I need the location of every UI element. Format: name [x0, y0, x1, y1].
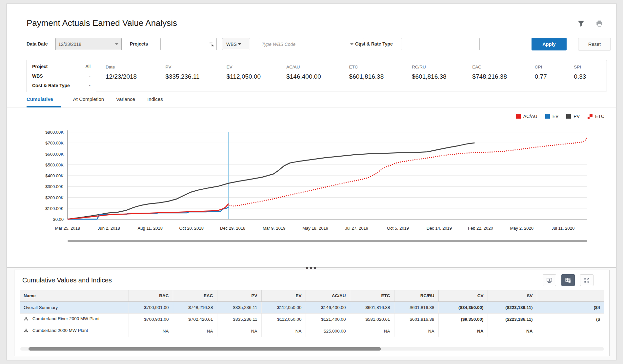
etc-dotted-swatch: [588, 114, 593, 119]
row-value-cell: NA: [129, 325, 173, 337]
row-value-cell: ($223,186.11): [488, 313, 537, 325]
scope-label: WBS: [32, 73, 43, 79]
x-axis-label: Oct 5, 2019: [387, 226, 409, 231]
tab-bar: Cumulative At Completion Variance Indice…: [27, 96, 175, 107]
wbs-dropdown-label: WBS: [226, 42, 237, 47]
metric-ev: EV$112,050.00: [227, 65, 286, 91]
table-panel: Cumulative Values and Indices NameBACEAC…: [14, 270, 610, 356]
x-axis-label: Dec 29, 2018: [220, 226, 245, 231]
wbs-code-field[interactable]: [259, 38, 364, 50]
cost-rate-field[interactable]: [401, 38, 480, 50]
summary-scope-row: Cost & Rate Type-: [32, 83, 90, 88]
series-pv: [68, 143, 474, 219]
row-value-cell: ($34,350.00): [438, 301, 488, 313]
reset-button[interactable]: Reset: [578, 38, 611, 50]
summary-metrics: Date12/23/2018 PV$335,236.11 EV$112,050.…: [106, 60, 607, 91]
projects-input[interactable]: [161, 38, 209, 50]
table-row[interactable]: Overall Summary$700,901.00$748,216.38$33…: [20, 301, 604, 313]
series-etc: [229, 138, 587, 206]
column-header-etc[interactable]: ETC: [350, 290, 394, 301]
metric-etc: ETC$601,816.38: [349, 65, 412, 91]
row-value-cell: $700,901.00: [129, 301, 173, 313]
row-value-cell: NA: [350, 325, 394, 337]
x-axis-label: Oct 20, 2018: [179, 226, 204, 231]
x-axis-label: May 2, 2020: [510, 226, 534, 231]
chart-scrollbar[interactable]: [68, 240, 587, 242]
row-value-cell: $335,236.11: [217, 313, 261, 325]
column-header-cv[interactable]: CV: [438, 290, 488, 301]
filter-icon[interactable]: [577, 19, 585, 28]
x-axis-label: Feb 22, 2020: [468, 226, 493, 231]
row-value-cell: NA: [217, 325, 261, 337]
y-axis-label: $500.00K: [45, 163, 64, 167]
chevron-down-icon[interactable]: [350, 43, 353, 45]
expand-button[interactable]: [580, 274, 593, 286]
row-value-cell: $601,816.38: [394, 313, 438, 325]
column-header-sv[interactable]: SV: [488, 290, 537, 301]
values-table: NameBACEACPVEVAC/AUETCRC/RUCVSV Overall …: [20, 290, 604, 337]
x-axis-label: Dec 14, 2019: [427, 226, 452, 231]
evm-chart: $0.00$100.00K$200.00K$300.00K$400.00K$50…: [7, 127, 617, 247]
y-axis-label: $0.00: [53, 217, 64, 222]
metric-spi: SPI0.33: [574, 65, 607, 91]
filter-bar: Data Date Projects WBS Cost & Rate Type: [7, 38, 616, 53]
column-header-clipped[interactable]: [537, 290, 604, 301]
metric-rcru: RC/RU$601,816.38: [412, 65, 472, 91]
scope-value: -: [89, 73, 90, 79]
grid-settings-button[interactable]: [561, 274, 575, 286]
project-icon: [24, 316, 29, 322]
tab-variance[interactable]: Variance: [116, 96, 135, 107]
wbs-dropdown-button[interactable]: WBS: [222, 38, 250, 50]
column-header-name[interactable]: Name: [20, 290, 129, 301]
row-value-cell: $601,816.38: [350, 301, 394, 313]
splitter-handle[interactable]: ●●●: [306, 265, 317, 270]
ev-swatch: [545, 114, 550, 119]
column-header-ev[interactable]: EV: [261, 290, 306, 301]
tab-cumulative[interactable]: Cumulative: [27, 96, 61, 107]
acau-swatch: [516, 114, 521, 119]
table-body: Overall Summary$700,901.00$748,216.38$33…: [20, 301, 604, 337]
print-icon[interactable]: [595, 19, 604, 28]
row-value-cell: NA: [173, 325, 217, 337]
column-header-pv[interactable]: PV: [217, 290, 261, 301]
tab-at-completion[interactable]: At Completion: [73, 96, 104, 107]
x-axis-label: Mar 9, 2019: [263, 226, 285, 231]
table-title: Cumulative Values and Indices: [22, 277, 112, 284]
values-table-wrap: NameBACEACPVEVAC/AUETCRC/RUCVSV Overall …: [20, 290, 604, 337]
table-row[interactable]: Cumberland River 2000 MW Plant$700,901.0…: [20, 313, 604, 325]
row-value-cell: $700,901.00: [129, 313, 173, 325]
row-value-cell: $25,000.00: [306, 325, 350, 337]
x-axis-label: Mar 25, 2018: [55, 226, 80, 231]
select-picker-icon[interactable]: [209, 42, 214, 47]
chevron-down-icon: [238, 43, 241, 45]
x-axis-label: Jul 11, 2020: [552, 226, 574, 231]
row-value-cell: ($4: [537, 301, 604, 313]
row-value-cell: $581,020.61: [350, 313, 394, 325]
scope-label: Cost & Rate Type: [32, 83, 70, 88]
header-actions: [577, 19, 604, 28]
table-scrollbar-track[interactable]: [20, 347, 604, 351]
row-value-cell: [537, 325, 604, 337]
export-download-button[interactable]: [543, 274, 556, 286]
column-header-bac[interactable]: BAC: [129, 290, 173, 301]
data-date-field: [55, 38, 122, 50]
apply-button[interactable]: Apply: [532, 38, 567, 50]
y-axis-label: $400.00K: [45, 173, 64, 178]
cost-rate-input[interactable]: [401, 38, 479, 50]
legend-item-pv: PV: [566, 114, 580, 119]
y-axis-label: $600.00K: [45, 152, 64, 157]
row-value-cell: ($223,186.11): [488, 301, 537, 313]
table-row[interactable]: Cumberland 2000 MW PlantNANANANA$25,000.…: [20, 325, 604, 337]
tab-indices[interactable]: Indices: [147, 96, 163, 107]
column-header-eac[interactable]: EAC: [173, 290, 217, 301]
row-name-cell: Cumberland 2000 MW Plant: [20, 325, 129, 337]
x-axis-label: Jul 27, 2019: [345, 226, 368, 231]
project-icon: [24, 328, 29, 334]
projects-field[interactable]: [160, 38, 217, 50]
column-header-rc-ru[interactable]: RC/RU: [394, 290, 438, 301]
wbs-code-input[interactable]: [259, 38, 349, 50]
column-header-ac-au[interactable]: AC/AU: [306, 290, 350, 301]
table-scrollbar-thumb[interactable]: [29, 347, 381, 351]
summary-scope-row: ProjectAll: [32, 64, 90, 69]
row-value-cell: NA: [394, 325, 438, 337]
